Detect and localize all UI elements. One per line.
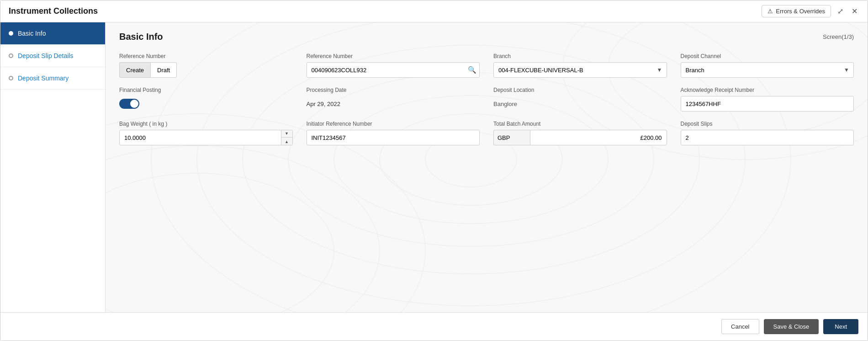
form-group-branch: Branch 004-FLEXCUBE-UNIVERSAL-B ▼ [493,53,667,78]
modal-body: Basic Info Deposit Slip Details Deposit … [0,22,868,312]
sidebar-item-deposit-slip[interactable]: Deposit Slip Details [0,45,105,67]
form-group-ref-number-1: Reference Number Create Draft [119,53,293,78]
deposit-location-label: Deposit Location [493,87,667,93]
deposit-slips-label: Deposit Slips [681,121,854,127]
currency-amount-wrapper: GBP USD EUR [493,130,667,145]
financial-posting-toggle[interactable] [119,99,139,109]
form-group-total-batch: Total Batch Amount GBP USD EUR [493,121,667,145]
ref-number-2-label: Reference Number [307,53,480,59]
processing-date-label: Processing Date [307,87,480,93]
search-button[interactable]: 🔍 [464,62,480,78]
form-grid: Reference Number Create Draft Reference … [119,53,854,145]
form-group-deposit-slips: Deposit Slips [681,121,854,145]
maximize-button[interactable]: ⤢ [836,5,845,17]
sidebar-dot-deposit-slip [9,53,13,58]
sidebar-label-basic-info: Basic Info [18,30,46,37]
cancel-button[interactable]: Cancel [721,319,759,334]
form-group-initiator-ref: Initiator Reference Number [307,121,480,145]
deposit-slips-input[interactable] [681,130,854,145]
ref-number-buttons: Create Draft [119,62,293,78]
screen-label: Screen(1/3) [823,33,854,40]
draft-button[interactable]: Draft [150,62,177,78]
branch-select-wrapper: 004-FLEXCUBE-UNIVERSAL-B ▼ [493,62,667,78]
stepper-up-button[interactable]: ▲ [281,138,292,145]
ref-number-1-label: Reference Number [119,53,293,59]
bag-weight-input[interactable] [120,131,281,144]
bag-weight-label: Bag Weight ( in kg ) [119,121,293,127]
deposit-channel-label: Deposit Channel [681,53,854,59]
amount-input[interactable] [530,130,667,145]
errors-label: Errors & Overrides [776,8,825,15]
form-group-ref-number-2: Reference Number 🔍 [307,53,480,78]
close-button[interactable]: ✕ [850,5,859,17]
form-group-deposit-channel: Deposit Channel Branch ATM Online ▼ [681,53,854,78]
ref-number-2-wrapper: 🔍 [307,62,480,78]
stepper-buttons: ▼ ▲ [281,130,292,145]
currency-select[interactable]: GBP USD EUR [493,130,530,145]
form-group-bag-weight: Bag Weight ( in kg ) ▼ ▲ [119,121,293,145]
sidebar-dot-deposit-summary [9,76,13,80]
close-icon: ✕ [852,7,857,16]
financial-posting-label: Financial Posting [119,87,293,93]
sidebar-label-deposit-slip: Deposit Slip Details [18,52,73,59]
app-title: Instrument Collections [9,6,98,16]
deposit-location-value: Banglore [493,96,667,112]
header-actions: ⚠ Errors & Overrides ⤢ ✕ [762,5,859,17]
form-group-deposit-location: Deposit Location Banglore [493,87,667,112]
bag-weight-stepper: ▼ ▲ [119,130,293,145]
total-batch-label: Total Batch Amount [493,121,667,127]
content-area: Basic Info Screen(1/3) Reference Number … [106,22,868,312]
next-button[interactable]: Next [823,319,858,334]
modal-footer: Cancel Save & Close Next [0,312,868,341]
acknowledge-receipt-input[interactable] [681,96,854,112]
main-content: .topo { fill: none; stroke: #888; stroke… [106,22,868,312]
stepper-down-button[interactable]: ▼ [281,130,292,138]
branch-select[interactable]: 004-FLEXCUBE-UNIVERSAL-B [493,62,667,78]
toggle-knob [130,100,138,108]
deposit-channel-select-wrapper: Branch ATM Online ▼ [681,62,854,78]
sidebar-label-deposit-summary: Deposit Summary [18,75,69,82]
initiator-ref-input[interactable] [307,130,480,145]
initiator-ref-label: Initiator Reference Number [307,121,480,127]
form-group-acknowledge-receipt: Acknowledge Receipt Number [681,87,854,112]
branch-label: Branch [493,53,667,59]
form-group-financial-posting: Financial Posting [119,87,293,112]
sidebar: Basic Info Deposit Slip Details Deposit … [0,22,106,312]
processing-date-value: Apr 29, 2022 [307,96,480,112]
warning-icon: ⚠ [767,8,773,15]
sidebar-dot-basic-info [9,31,13,36]
content-header: Basic Info Screen(1/3) [119,32,854,42]
errors-overrides-button[interactable]: ⚠ Errors & Overrides [762,5,831,17]
form-group-processing-date: Processing Date Apr 29, 2022 [307,87,480,112]
sidebar-item-basic-info[interactable]: Basic Info [0,22,105,45]
create-button[interactable]: Create [119,62,150,78]
deposit-channel-select[interactable]: Branch ATM Online [681,62,854,78]
modal-header: Instrument Collections ⚠ Errors & Overri… [0,0,868,22]
sidebar-item-deposit-summary[interactable]: Deposit Summary [0,67,105,90]
search-icon: 🔍 [468,66,476,74]
page-title: Basic Info [119,32,163,42]
save-close-button[interactable]: Save & Close [764,319,819,334]
ref-number-2-input[interactable] [307,62,480,78]
toggle-container [119,96,293,112]
maximize-icon: ⤢ [837,7,843,16]
acknowledge-receipt-label: Acknowledge Receipt Number [681,87,854,93]
